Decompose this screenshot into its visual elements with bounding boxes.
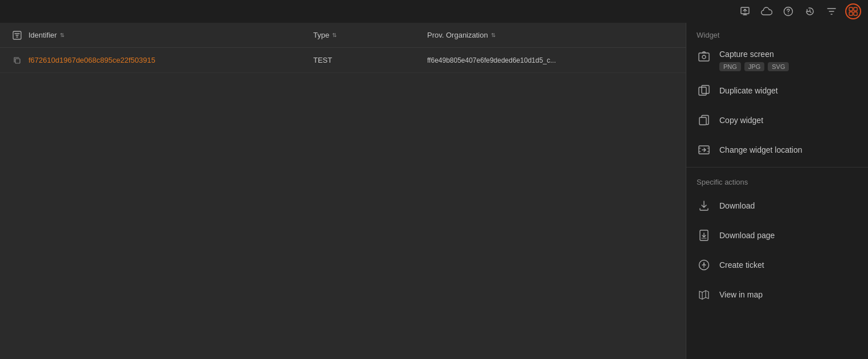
col-header-type[interactable]: Type ⇅ bbox=[313, 31, 427, 39]
sort-type-icon: ⇅ bbox=[332, 32, 337, 38]
help-icon[interactable] bbox=[780, 3, 796, 19]
download-page-label: Download page bbox=[719, 231, 775, 240]
section-title-widget: Widget bbox=[686, 23, 868, 44]
sort-prov-icon: ⇅ bbox=[491, 32, 496, 38]
menu-item-download[interactable]: Download bbox=[686, 191, 868, 221]
menu-item-change-widget-location[interactable]: Change widget location bbox=[686, 135, 868, 165]
download-label: Download bbox=[719, 201, 755, 210]
export-icon[interactable] bbox=[737, 3, 753, 19]
svg-point-10 bbox=[702, 55, 706, 59]
cell-type: TEST bbox=[313, 56, 427, 64]
menu-item-duplicate-widget[interactable]: Duplicate widget bbox=[686, 76, 868, 105]
svg-rect-5 bbox=[849, 12, 853, 15]
download-page-icon bbox=[697, 228, 711, 243]
history-icon[interactable] bbox=[802, 3, 818, 19]
filter-icon[interactable] bbox=[824, 3, 840, 19]
menu-item-create-ticket[interactable]: Create ticket bbox=[686, 250, 868, 280]
svg-rect-11 bbox=[699, 87, 706, 95]
widget-dropdown-menu: Widget Capture screen PNG JPG SVG bbox=[686, 23, 868, 359]
badge-png: PNG bbox=[719, 62, 741, 71]
topbar bbox=[0, 0, 868, 23]
copy-widget-label: Copy widget bbox=[719, 116, 763, 125]
copy-widget-icon bbox=[697, 113, 711, 128]
capture-screen-icon bbox=[697, 50, 711, 64]
duplicate-widget-icon bbox=[697, 83, 711, 98]
svg-rect-9 bbox=[699, 53, 709, 61]
cell-identifier[interactable]: f672610d1967de068c895ce22f503915 bbox=[28, 56, 313, 64]
svg-rect-4 bbox=[854, 7, 857, 11]
filter-rows-icon[interactable] bbox=[6, 31, 28, 40]
cloud-icon[interactable] bbox=[759, 3, 775, 19]
divider bbox=[686, 167, 868, 168]
create-ticket-label: Create ticket bbox=[719, 260, 764, 270]
badge-svg: SVG bbox=[768, 62, 789, 71]
badge-jpg: JPG bbox=[744, 62, 764, 71]
create-ticket-icon bbox=[697, 258, 711, 272]
view-in-map-label: View in map bbox=[719, 290, 763, 299]
capture-badges: PNG JPG SVG bbox=[719, 62, 789, 71]
change-location-icon bbox=[697, 142, 711, 157]
section-title-specific: Specific actions bbox=[686, 170, 868, 191]
col-header-identifier[interactable]: Identifier ⇅ bbox=[28, 31, 313, 39]
duplicate-widget-label: Duplicate widget bbox=[719, 86, 778, 95]
download-icon bbox=[697, 198, 711, 213]
main-area: Identifier ⇅ Type ⇅ Prov. Organization ⇅… bbox=[0, 23, 868, 359]
menu-item-copy-widget[interactable]: Copy widget bbox=[686, 105, 868, 135]
capture-screen-label: Capture screen bbox=[719, 50, 789, 59]
menu-item-view-in-map[interactable]: View in map bbox=[686, 280, 868, 309]
widget-settings-icon[interactable] bbox=[845, 3, 861, 19]
svg-rect-12 bbox=[702, 85, 709, 93]
view-in-map-icon bbox=[697, 287, 711, 302]
change-widget-location-label: Change widget location bbox=[719, 145, 803, 154]
svg-rect-6 bbox=[854, 12, 857, 15]
copy-row-icon[interactable] bbox=[6, 56, 28, 64]
menu-item-download-page[interactable]: Download page bbox=[686, 221, 868, 250]
sort-identifier-icon: ⇅ bbox=[60, 32, 64, 38]
svg-point-2 bbox=[788, 13, 788, 14]
svg-rect-8 bbox=[15, 59, 20, 63]
svg-rect-3 bbox=[849, 7, 853, 11]
menu-item-capture-screen[interactable]: Capture screen PNG JPG SVG bbox=[686, 44, 868, 76]
svg-rect-13 bbox=[699, 117, 706, 125]
